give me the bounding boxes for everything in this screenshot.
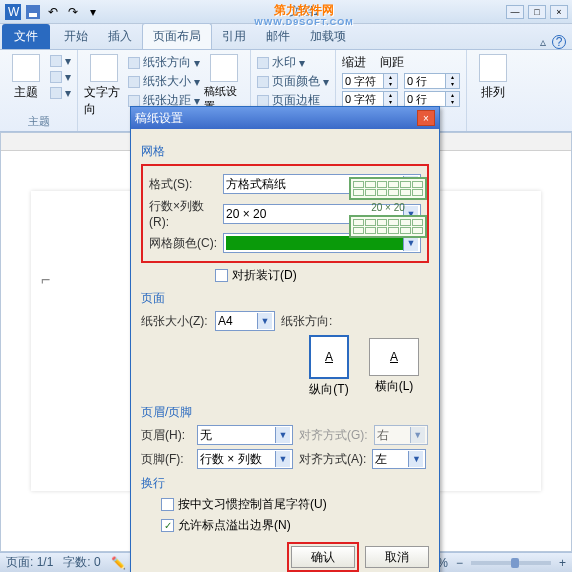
window-title: 文档1 第九软件网 WWW.D9SOFT.COM	[102, 3, 506, 20]
dialog-titlebar[interactable]: 稿纸设置 ×	[131, 107, 439, 129]
watermark-button[interactable]: 水印▾	[257, 54, 329, 71]
arrange-icon	[479, 54, 507, 82]
dialog-buttons: 确认 取消	[141, 546, 429, 568]
spacing-after-spinner[interactable]: ▴▾	[404, 91, 460, 107]
section-grid-label: 网格	[141, 143, 429, 160]
ribbon-help: ▵ ?	[540, 35, 566, 49]
qat-more-icon[interactable]: ▾	[84, 3, 102, 21]
header-align-combo: 右▼	[374, 425, 428, 445]
tab-home[interactable]: 开始	[54, 24, 98, 49]
portrait-option[interactable]: A 纵向(T)	[309, 335, 349, 398]
tab-addins[interactable]: 加载项	[300, 24, 356, 49]
doc-title: 文档1	[289, 4, 320, 18]
tab-insert[interactable]: 插入	[98, 24, 142, 49]
orientation-label: 纸张方向:	[281, 313, 332, 330]
tab-file[interactable]: 文件	[2, 24, 50, 49]
theme-options: ▾ ▾ ▾	[50, 54, 71, 100]
paper-orientation-button[interactable]: 纸张方向▾	[128, 54, 200, 71]
text-direction-icon	[90, 54, 118, 82]
zoom-slider[interactable]	[471, 561, 551, 565]
grid-paper-icon	[210, 54, 238, 82]
preview-label: 20 × 20	[349, 202, 427, 213]
status-proofing-icon[interactable]: ✏️	[111, 556, 126, 570]
restore-button[interactable]: □	[528, 5, 546, 19]
status-page[interactable]: 页面: 1/1	[6, 554, 53, 571]
text-direction-button[interactable]: 文字方向	[84, 54, 124, 118]
grid-paper-dialog: 稿纸设置 × 网格 格式(S): 方格式稿纸▼ 行数×列数(R): 20 × 2…	[130, 106, 440, 572]
group-label-themes: 主题	[6, 114, 71, 129]
spacing-before-spinner[interactable]: ▴▾	[404, 73, 460, 89]
spacing-label: 间距	[380, 54, 404, 71]
header-combo[interactable]: 无▼	[197, 425, 293, 445]
themes-button[interactable]: 主题	[6, 54, 46, 101]
portrait-icon: A	[309, 335, 349, 379]
tab-references[interactable]: 引用	[212, 24, 256, 49]
zoom-in-icon[interactable]: +	[559, 556, 566, 570]
paper-size-button[interactable]: 纸张大小▾	[128, 73, 200, 90]
rowscols-label: 行数×列数(R):	[149, 198, 217, 229]
grid-preview: 20 × 20	[349, 177, 427, 238]
cjk-label: 按中文习惯控制首尾字符(U)	[178, 496, 327, 513]
footer-align-label: 对齐方式(A):	[299, 451, 366, 468]
page-setup-list: 纸张方向▾ 纸张大小▾ 纸张边距▾	[128, 54, 200, 109]
chevron-down-icon: ▼	[275, 427, 290, 443]
zoom-out-icon[interactable]: −	[456, 556, 463, 570]
footer-label: 页脚(F):	[141, 451, 191, 468]
group-arrange: 排列	[467, 50, 519, 131]
header-label: 页眉(H):	[141, 427, 191, 444]
dialog-body: 网格 格式(S): 方格式稿纸▼ 行数×列数(R): 20 × 20▼ 网格颜色…	[131, 129, 439, 572]
punct-checkbox[interactable]: ✓	[161, 519, 174, 532]
tab-mailings[interactable]: 邮件	[256, 24, 300, 49]
cancel-button[interactable]: 取消	[365, 546, 429, 568]
format-label: 格式(S):	[149, 176, 217, 193]
minimize-button[interactable]: —	[506, 5, 524, 19]
svg-text:W: W	[8, 5, 20, 19]
ribbon-tabs: 文件 开始 插入 页面布局 引用 邮件 加载项 ▵ ?	[0, 24, 572, 50]
indent-left-spinner[interactable]: ▴▾	[342, 73, 398, 89]
fold-label: 对折装订(D)	[232, 267, 297, 284]
fold-checkbox[interactable]	[215, 269, 228, 282]
status-words[interactable]: 字数: 0	[63, 554, 100, 571]
theme-colors-icon[interactable]: ▾	[50, 54, 71, 68]
section-headerfooter-label: 页眉/页脚	[141, 404, 429, 421]
redo-icon[interactable]: ↷	[64, 3, 82, 21]
color-swatch	[226, 236, 403, 250]
svg-rect-3	[29, 13, 37, 17]
save-icon[interactable]	[24, 3, 42, 21]
themes-icon	[12, 54, 40, 82]
ribbon-minimize-icon[interactable]: ▵	[540, 35, 546, 49]
indent-right-spinner[interactable]: ▴▾	[342, 91, 398, 107]
theme-fonts-icon[interactable]: ▾	[50, 70, 71, 84]
help-icon[interactable]: ?	[552, 35, 566, 49]
close-button[interactable]: ×	[550, 5, 568, 19]
cjk-checkbox[interactable]	[161, 498, 174, 511]
chevron-down-icon: ▼	[410, 427, 425, 443]
quick-access-toolbar: W ↶ ↷ ▾	[4, 3, 102, 21]
dialog-title: 稿纸设置	[135, 110, 183, 127]
page-color-button[interactable]: 页面颜色▾	[257, 73, 329, 90]
landscape-option[interactable]: A 横向(L)	[369, 338, 419, 395]
punct-label: 允许标点溢出边界(N)	[178, 517, 291, 534]
chevron-down-icon: ▼	[275, 451, 290, 467]
theme-effects-icon[interactable]: ▾	[50, 86, 71, 100]
undo-icon[interactable]: ↶	[44, 3, 62, 21]
group-themes: 主题 ▾ ▾ ▾ 主题	[0, 50, 78, 131]
dialog-close-button[interactable]: ×	[417, 110, 435, 126]
header-align-label: 对齐方式(G):	[299, 427, 368, 444]
word-icon: W	[4, 3, 22, 21]
indent-label: 缩进	[342, 54, 366, 71]
page-bg-list: 水印▾ 页面颜色▾ 页面边框	[257, 54, 329, 109]
chevron-down-icon: ▼	[408, 451, 423, 467]
papersize-combo[interactable]: A4▼	[215, 311, 275, 331]
ok-button[interactable]: 确认	[291, 546, 355, 568]
footer-align-combo[interactable]: 左▼	[372, 449, 426, 469]
grid-paper-button[interactable]: 稿纸设置	[204, 54, 244, 114]
chevron-down-icon: ▼	[257, 313, 272, 329]
landscape-icon: A	[369, 338, 419, 376]
tab-page-layout[interactable]: 页面布局	[142, 23, 212, 49]
window-buttons: — □ ×	[506, 5, 568, 19]
arrange-button[interactable]: 排列	[473, 54, 513, 101]
papersize-label: 纸张大小(Z):	[141, 313, 209, 330]
section-page-label: 页面	[141, 290, 429, 307]
footer-combo[interactable]: 行数 × 列数▼	[197, 449, 293, 469]
